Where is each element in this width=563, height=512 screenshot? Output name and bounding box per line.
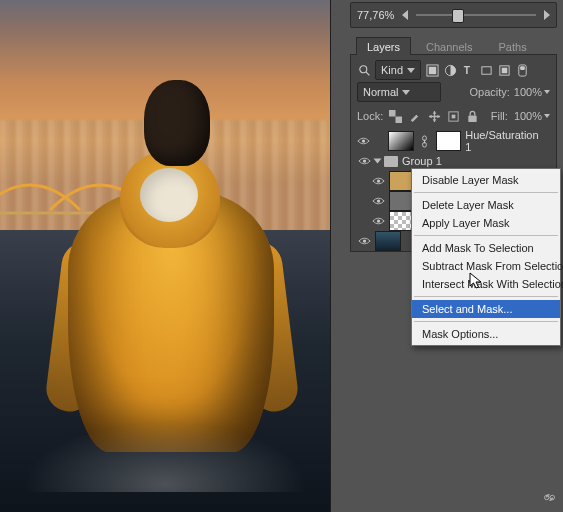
- svg-point-28: [376, 219, 379, 222]
- filter-type-icon[interactable]: T: [461, 63, 475, 77]
- visibility-toggle[interactable]: [371, 174, 385, 188]
- filter-adjust-icon[interactable]: [443, 63, 457, 77]
- visibility-toggle[interactable]: [357, 134, 371, 148]
- lock-label: Lock:: [357, 110, 383, 122]
- svg-point-27: [376, 199, 379, 202]
- blend-mode-select[interactable]: Normal: [357, 82, 441, 102]
- layer-name: Hue/Saturation 1: [465, 129, 546, 153]
- twirl-icon[interactable]: [374, 159, 382, 164]
- svg-point-18: [362, 139, 365, 142]
- filter-pixel-icon[interactable]: [425, 63, 439, 77]
- link-layers-button[interactable]: [543, 490, 556, 504]
- svg-rect-17: [468, 115, 476, 122]
- opacity-value: 100%: [514, 86, 542, 98]
- layer-name: Group 1: [402, 155, 442, 167]
- zoom-out-icon[interactable]: [402, 10, 408, 20]
- lock-position-icon[interactable]: [427, 109, 440, 123]
- menu-subtract-mask-selection[interactable]: Subtract Mask From Selection: [412, 257, 560, 275]
- filter-kind-label: Kind: [381, 64, 403, 76]
- zoom-slider[interactable]: [416, 14, 536, 16]
- layer-filter-row: Kind T: [357, 59, 550, 81]
- layer-hue-saturation[interactable]: Hue/Saturation 1: [357, 131, 550, 151]
- svg-rect-11: [520, 66, 525, 70]
- svg-point-1: [359, 65, 366, 72]
- lock-artboard-icon[interactable]: [447, 109, 460, 123]
- visibility-toggle[interactable]: [357, 234, 371, 248]
- opacity-label: Opacity:: [470, 86, 510, 98]
- tab-paths[interactable]: Paths: [488, 37, 538, 55]
- tab-layers[interactable]: Layers: [356, 37, 411, 55]
- blend-mode-value: Normal: [363, 86, 398, 98]
- svg-rect-7: [481, 66, 490, 73]
- visibility-toggle[interactable]: [357, 154, 371, 168]
- search-icon: [357, 63, 371, 77]
- svg-point-22: [362, 159, 365, 162]
- filter-smart-icon[interactable]: [497, 63, 511, 77]
- fill-value: 100%: [514, 110, 542, 122]
- filter-kind-select[interactable]: Kind: [375, 60, 421, 80]
- svg-point-29: [362, 239, 365, 242]
- tab-channels[interactable]: Channels: [415, 37, 483, 55]
- menu-select-and-mask[interactable]: Select and Mask...: [412, 300, 560, 318]
- opacity-value-field[interactable]: 100%: [514, 86, 550, 98]
- blend-row: Normal Opacity: 100%: [357, 81, 550, 103]
- lock-brush-icon[interactable]: [408, 109, 421, 123]
- svg-rect-16: [451, 114, 455, 118]
- mask-context-menu: Disable Layer Mask Delete Layer Mask App…: [411, 168, 561, 346]
- filter-toggle-icon[interactable]: [515, 63, 529, 77]
- svg-line-2: [366, 72, 369, 75]
- navigator-zoom-bar: 77,76%: [350, 2, 557, 28]
- water-splash: [0, 412, 330, 492]
- svg-rect-13: [389, 110, 396, 117]
- svg-text:T: T: [463, 65, 470, 76]
- zoom-in-icon[interactable]: [544, 10, 550, 20]
- folder-icon: [384, 156, 398, 167]
- filter-shape-icon[interactable]: [479, 63, 493, 77]
- visibility-toggle[interactable]: [371, 194, 385, 208]
- svg-rect-4: [428, 66, 435, 73]
- menu-disable-mask[interactable]: Disable Layer Mask: [412, 171, 560, 189]
- svg-rect-9: [501, 67, 507, 73]
- fill-label: Fill:: [491, 110, 508, 122]
- zoom-slider-thumb[interactable]: [452, 9, 464, 23]
- svg-rect-14: [396, 116, 403, 123]
- lock-all-icon[interactable]: [466, 109, 479, 123]
- svg-point-23: [376, 179, 379, 182]
- lock-row: Lock: Fill: 100%: [357, 105, 550, 127]
- menu-mask-options[interactable]: Mask Options...: [412, 325, 560, 343]
- menu-add-mask-selection[interactable]: Add Mask To Selection: [412, 239, 560, 257]
- menu-apply-mask[interactable]: Apply Layer Mask: [412, 214, 560, 232]
- document-canvas[interactable]: [0, 0, 330, 512]
- panel-tabs: Layers Channels Paths: [350, 32, 557, 55]
- layer-thumb: [375, 231, 401, 251]
- fill-value-field[interactable]: 100%: [514, 110, 550, 122]
- link-icon: [418, 134, 432, 148]
- zoom-percent: 77,76%: [357, 9, 394, 21]
- layer-thumb: [388, 131, 414, 151]
- menu-intersect-mask-selection[interactable]: Intersect Mask With Selection: [412, 275, 560, 293]
- lock-pixels-icon[interactable]: [389, 109, 402, 123]
- mask-thumb[interactable]: [436, 131, 462, 151]
- visibility-toggle[interactable]: [371, 214, 385, 228]
- menu-delete-mask[interactable]: Delete Layer Mask: [412, 196, 560, 214]
